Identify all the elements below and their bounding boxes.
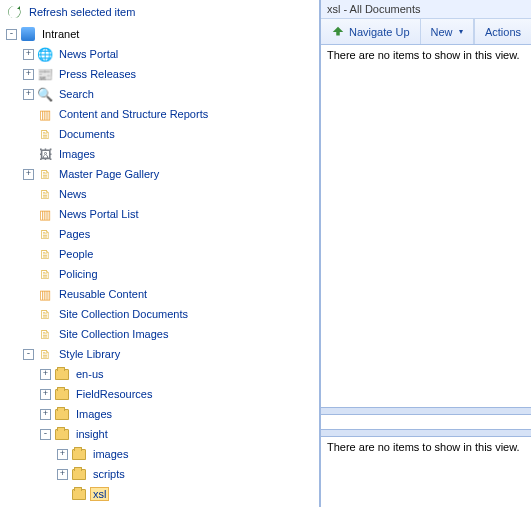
tree-node-field-resources[interactable]: + FieldResources — [40, 384, 319, 404]
node-label[interactable]: en-us — [73, 367, 107, 381]
actions-label: Actions — [485, 26, 521, 38]
node-label[interactable]: images — [90, 447, 131, 461]
content-title: xsl - All Documents — [321, 0, 531, 19]
expand-icon[interactable]: + — [23, 89, 34, 100]
expand-icon[interactable]: + — [40, 369, 51, 380]
tree-node-images[interactable]: 🖼 Images — [23, 144, 319, 164]
picture-library-icon: 🖼 — [37, 146, 53, 162]
spacer-icon — [23, 129, 34, 140]
page-library-icon: 🗎 — [37, 246, 53, 262]
node-label[interactable]: Search — [56, 87, 97, 101]
expand-icon[interactable]: + — [57, 449, 68, 460]
folder-icon — [54, 426, 70, 442]
lower-pane-body: There are no items to show in this view. — [321, 437, 531, 507]
expand-icon[interactable]: + — [23, 169, 34, 180]
node-label[interactable]: Site Collection Documents — [56, 307, 191, 321]
node-label[interactable]: Content and Structure Reports — [56, 107, 211, 121]
tree-node-documents[interactable]: 🗎 Documents — [23, 124, 319, 144]
tree-node-pages[interactable]: 🗎 Pages — [23, 224, 319, 244]
folder-icon — [54, 366, 70, 382]
expand-icon[interactable]: + — [23, 49, 34, 60]
tree-node-style-library[interactable]: - 🗎 Style Library — [23, 344, 319, 364]
node-label[interactable]: News Portal — [56, 47, 121, 61]
folder-icon — [71, 486, 87, 502]
collapse-icon[interactable]: - — [6, 29, 17, 40]
actions-button[interactable]: Actions — [474, 19, 531, 44]
tree-node-news-portal-list[interactable]: ▥ News Portal List — [23, 204, 319, 224]
search-site-icon: 🔍 — [37, 86, 53, 102]
node-label[interactable]: Master Page Gallery — [56, 167, 162, 181]
tree-node-intranet[interactable]: - Intranet — [6, 24, 319, 44]
node-label[interactable]: Images — [73, 407, 115, 421]
expand-icon[interactable]: + — [40, 389, 51, 400]
tree-node-people[interactable]: 🗎 People — [23, 244, 319, 264]
spacer-icon — [23, 109, 34, 120]
tree-node-insight-xsl[interactable]: xsl — [57, 484, 319, 504]
navigate-up-label: Navigate Up — [349, 26, 410, 38]
list-icon: ▥ — [37, 206, 53, 222]
expand-icon[interactable]: + — [40, 409, 51, 420]
spacer-icon — [23, 269, 34, 280]
folder-icon — [71, 446, 87, 462]
subsite-icon: 📰 — [37, 66, 53, 82]
expand-icon[interactable]: + — [57, 469, 68, 480]
spacer-icon — [23, 209, 34, 220]
node-label[interactable]: News Portal List — [56, 207, 141, 221]
refresh-selected-item[interactable]: Refresh selected item — [6, 2, 319, 24]
tree-node-insight[interactable]: - insight — [40, 424, 319, 444]
page-library-icon: 🗎 — [37, 266, 53, 282]
document-library-icon: 🗎 — [37, 346, 53, 362]
node-label[interactable]: Style Library — [56, 347, 123, 361]
page-library-icon: 🗎 — [37, 186, 53, 202]
new-button[interactable]: New ▾ — [421, 19, 474, 44]
pane-separator[interactable] — [321, 407, 531, 415]
spacer-icon — [23, 229, 34, 240]
tree-node-site-coll-imgs[interactable]: 🗎 Site Collection Images — [23, 324, 319, 344]
tree-node-site-coll-docs[interactable]: 🗎 Site Collection Documents — [23, 304, 319, 324]
navigate-up-button[interactable]: Navigate Up — [321, 19, 421, 44]
content-toolbar: Navigate Up New ▾ Actions — [321, 19, 531, 45]
tree-node-news-portal[interactable]: + 🌐 News Portal — [23, 44, 319, 64]
expand-icon[interactable]: + — [23, 69, 34, 80]
tree-node-insight-images[interactable]: + images — [57, 444, 319, 464]
refresh-icon — [6, 4, 22, 20]
spacer-icon — [23, 249, 34, 260]
node-label[interactable]: scripts — [90, 467, 128, 481]
document-library-icon: 🗎 — [37, 166, 53, 182]
node-label-selected[interactable]: xsl — [90, 487, 109, 501]
node-label[interactable]: Site Collection Images — [56, 327, 171, 341]
collapse-icon[interactable]: - — [40, 429, 51, 440]
site-icon — [20, 26, 36, 42]
tree-node-images-folder[interactable]: + Images — [40, 404, 319, 424]
tree-node-press-releases[interactable]: + 📰 Press Releases — [23, 64, 319, 84]
tree-node-master-page[interactable]: + 🗎 Master Page Gallery — [23, 164, 319, 184]
node-label[interactable]: People — [56, 247, 96, 261]
node-label[interactable]: Intranet — [39, 27, 82, 41]
tree-node-reusable[interactable]: ▥ Reusable Content — [23, 284, 319, 304]
node-label[interactable]: FieldResources — [73, 387, 155, 401]
node-label[interactable]: Images — [56, 147, 98, 161]
spacer-icon — [23, 309, 34, 320]
node-label[interactable]: News — [56, 187, 90, 201]
tree-node-insight-scripts[interactable]: + scripts — [57, 464, 319, 484]
node-label[interactable]: Documents — [56, 127, 118, 141]
tree-node-news[interactable]: 🗎 News — [23, 184, 319, 204]
tree-node-policing[interactable]: 🗎 Policing — [23, 264, 319, 284]
folder-icon — [54, 406, 70, 422]
collapse-icon[interactable]: - — [23, 349, 34, 360]
tree-node-en-us[interactable]: + en-us — [40, 364, 319, 384]
node-label[interactable]: Press Releases — [56, 67, 139, 81]
node-label[interactable]: Policing — [56, 267, 101, 281]
spacer-icon — [23, 149, 34, 160]
tree-pane: Refresh selected item - Intranet + 🌐 New… — [0, 0, 320, 507]
list-icon: ▥ — [37, 106, 53, 122]
subsite-icon: 🌐 — [37, 46, 53, 62]
node-label[interactable]: Reusable Content — [56, 287, 150, 301]
node-label[interactable]: Pages — [56, 227, 93, 241]
new-label: New — [431, 26, 453, 38]
navigate-up-icon — [331, 24, 345, 40]
tree-node-search[interactable]: + 🔍 Search — [23, 84, 319, 104]
document-library-icon: 🗎 — [37, 306, 53, 322]
tree-node-csr[interactable]: ▥ Content and Structure Reports — [23, 104, 319, 124]
node-label[interactable]: insight — [73, 427, 111, 441]
